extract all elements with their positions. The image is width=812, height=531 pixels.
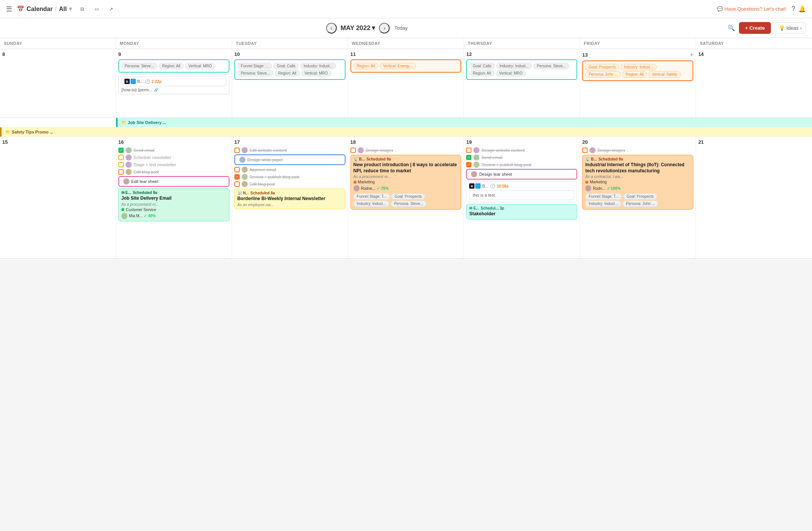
month-title[interactable]: MAY 2022 ▾ <box>341 24 375 32</box>
iiot-title: Industrial Internet of Things (IIoT): Co… <box>585 162 690 174</box>
thursday-social-card[interactable]: B 🐦 B... 🕐 10:56a this is a test. <box>466 181 577 202</box>
bsr-logo: B <box>124 79 130 84</box>
task-design-website[interactable]: Design website content <box>466 147 577 153</box>
wednesday-tags-card[interactable]: Region: All Vertical: Energy... <box>350 59 462 73</box>
tag-persona2: Persona: Steve... <box>237 70 274 76</box>
iiot-scheduled-card[interactable]: 📡 B... Scheduled 9a Industrial Internet … <box>582 155 693 210</box>
task-review-blog2[interactable]: ✓ Review + publish blog post <box>466 162 577 168</box>
share-button[interactable]: ↗ <box>105 3 117 15</box>
task-checkbox-design-images[interactable] <box>350 148 356 153</box>
task-stage-newsletter[interactable]: Stage + test newsletter <box>118 162 229 168</box>
help-icon[interactable]: ? <box>791 5 795 13</box>
email-prefix: ✉ E... <box>121 191 131 195</box>
search-button[interactable]: 🔍 <box>728 24 735 32</box>
day-number-17: 17 <box>234 139 345 145</box>
avatar-send-email <box>126 147 132 153</box>
task-label-design-website: Design website content <box>481 148 525 153</box>
task-send-email[interactable]: ✓ Send email <box>118 147 229 153</box>
status-dot-green <box>121 208 124 211</box>
task-edit-website[interactable]: Edit website content <box>234 147 345 153</box>
day-header-sat: SATURDAY <box>696 38 812 49</box>
day-cell-21: 21 <box>696 137 812 258</box>
tag-region5: Region: All <box>622 71 647 78</box>
day-cell-9: 9 Persona: Steve... Region: All Vertical… <box>116 49 232 118</box>
notifications-icon[interactable]: 🔔 <box>798 5 806 13</box>
customer-service-label: Customer Service <box>126 208 156 212</box>
nav-view-label[interactable]: All <box>59 6 67 13</box>
task-schedule-newsletter[interactable]: Schedule newsletter <box>118 154 229 161</box>
help-chat-button[interactable]: 💬 Have Questions? Let's chat! <box>717 6 786 12</box>
monday-social-card[interactable]: B 🐦 B... 🕐 2:22p {how-to} {perm... 🔗 <box>118 74 229 94</box>
filter-button[interactable]: ⊟ <box>76 3 88 15</box>
thursday-tags-card[interactable]: Goal: Calls Industry: Indust... Persona:… <box>466 59 577 80</box>
design-tear-sheet-card[interactable]: Design tear sheet <box>466 169 577 180</box>
create-button[interactable]: + Create <box>739 22 771 34</box>
day-cell-13: 13 + Goal: Prospects Industry: Indust...… <box>580 49 696 118</box>
link-icon[interactable]: 🔗 <box>154 88 158 92</box>
iiot-tag2: Goal: Prospects <box>623 193 657 200</box>
job-site-banner-label[interactable]: 📁 Job Site Delivery ... <box>116 118 812 127</box>
email-scheduled-card[interactable]: ✉ E... Scheduled 9a Job Site Delivery Em… <box>118 188 229 221</box>
task-label-approve: Approve email <box>250 167 276 172</box>
task-checkbox-design-website[interactable] <box>466 148 471 153</box>
task-checkbox-edit-blog2[interactable] <box>234 181 240 187</box>
design-tear-sheet-label: Design tear sheet <box>479 172 512 176</box>
job-site-banner[interactable]: 📁 Job Site Delivery ... <box>116 118 812 127</box>
borderline-newsletter-title: Borderline Bi-Weekly Internal Newsletter <box>237 196 342 202</box>
tuesday-tags-card[interactable]: Funnel Stage: ... Goal: Calls Industry: … <box>234 59 345 80</box>
day-number-19: 19 <box>466 139 577 145</box>
task-checkbox-edit-blog[interactable] <box>118 169 124 175</box>
today-button[interactable]: Today <box>394 25 408 31</box>
avatar-website <box>242 147 248 153</box>
friday-tags-card[interactable]: Goal: Prospects Industry: Indust... Pers… <box>582 60 693 81</box>
design-white-paper-card[interactable]: Design white paper <box>234 154 345 165</box>
job-site-email-status: Customer Service <box>121 208 226 212</box>
day-cell-12: 12 Goal: Calls Industry: Indust... Perso… <box>464 49 580 118</box>
task-checkbox-review[interactable]: ✓ <box>234 174 240 180</box>
rodn-avatar <box>585 185 591 191</box>
task-edit-blog2[interactable]: Edit blog post <box>234 181 345 187</box>
task-checkbox-send-email2[interactable]: ✓ <box>466 155 471 160</box>
menu-icon[interactable]: ☰ <box>6 5 12 13</box>
edit-tear-sheet-card[interactable]: Edit tear sheet <box>118 176 229 187</box>
monitor-button[interactable]: ▭ <box>91 3 102 15</box>
task-edit-blog[interactable]: Edit blog post <box>118 169 229 175</box>
tag-industry3: Industry: Indust... <box>621 64 657 70</box>
npi-scheduled-card[interactable]: 📡 B... Scheduled 9a New product introduc… <box>350 155 462 210</box>
twitter-logo-thu: 🐦 <box>475 183 481 189</box>
borderline-newsletter-subtitle: As an employee-ow... <box>237 203 342 207</box>
task-checkbox-review2[interactable]: ✓ <box>466 162 471 167</box>
avatar-whitepaper <box>239 157 245 163</box>
newsletter-prefix: 📰 N... <box>237 191 249 195</box>
add-event-icon[interactable]: + <box>690 51 693 58</box>
avatar-design-website <box>473 147 479 153</box>
avatar-tear-sheet <box>123 178 129 184</box>
task-label-review: Review + publish blog post <box>250 175 299 179</box>
social-body: {how-to} {perm... 🔗 <box>121 87 226 92</box>
task-design-images[interactable]: Design images <box>350 147 462 153</box>
task-design-images2[interactable]: Design images <box>582 147 693 153</box>
monday-tags-card[interactable]: Persona: Steve... Region: All Vertical: … <box>118 59 229 73</box>
newsletter-scheduled-card[interactable]: 📰 N... Scheduled 8a Borderline Bi-Weekly… <box>234 189 345 209</box>
task-checkbox-design-images2[interactable] <box>582 148 588 153</box>
npi-title: New product introduction | 8 ways to acc… <box>353 162 459 174</box>
marketing-label-npi: Marketing <box>358 180 375 184</box>
task-checkbox-schedule[interactable] <box>118 155 124 160</box>
stakeholder-card[interactable]: ✉ E... Schedul... 3p Stakeholder <box>466 204 577 219</box>
task-send-email2[interactable]: ✓ Send email <box>466 154 577 161</box>
day-headers: SUNDAY MONDAY TUESDAY WEDNESDAY THURSDAY… <box>0 38 812 49</box>
prev-month-button[interactable]: ‹ <box>326 23 337 33</box>
safety-tips-banner[interactable]: 📁 Safety Tips Promo ... <box>0 127 812 137</box>
task-approve-email[interactable]: Approve email <box>234 167 345 173</box>
ideas-button[interactable]: 💡 Ideas › <box>775 22 806 33</box>
ideas-chevron-icon: › <box>800 25 802 31</box>
task-review-blog[interactable]: ✓ Review + publish blog post <box>234 174 345 180</box>
next-month-button[interactable]: › <box>379 23 390 33</box>
task-checkbox-send-email[interactable]: ✓ <box>118 148 124 153</box>
nav-chevron-icon[interactable]: ▾ <box>69 5 72 13</box>
task-checkbox-website[interactable] <box>234 148 240 153</box>
iiot-prefix: 📡 B... <box>585 157 597 161</box>
week-row-2: 15 16 ✓ Send email Schedule newsletter S… <box>0 137 812 259</box>
task-checkbox-stage[interactable] <box>118 162 124 167</box>
task-checkbox-approve[interactable] <box>234 167 240 172</box>
